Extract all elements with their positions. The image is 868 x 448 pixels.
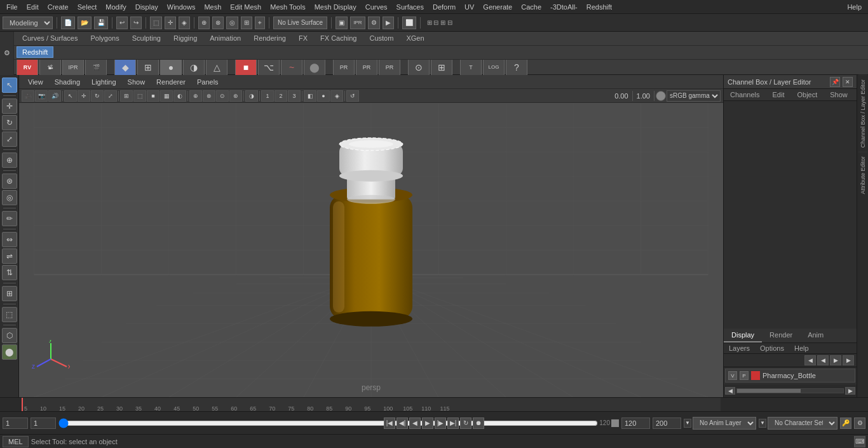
scroll-track[interactable] <box>736 388 844 393</box>
menu-redshift[interactable]: Redshift <box>583 2 616 12</box>
shelf-icon-log[interactable]: LOG <box>483 60 505 75</box>
shelf-icon-question[interactable]: ? <box>506 60 527 75</box>
layer-btn-3[interactable]: ▶ <box>830 355 841 365</box>
menu-generate[interactable]: Generate <box>479 2 516 12</box>
cb-close-btn[interactable]: ✕ <box>843 77 853 87</box>
shelf-icon-diamond[interactable]: ◆ <box>114 60 136 75</box>
vp-menu-panels[interactable]: Panels <box>193 77 222 87</box>
select-all-btn[interactable]: ⬚ <box>150 17 162 29</box>
shelf-icon-pr2[interactable]: PR <box>356 60 377 75</box>
snap-together-btn[interactable]: ⊞ <box>2 286 17 301</box>
select-tool-btn[interactable]: ↖ <box>2 78 17 93</box>
layer-btn-1[interactable]: ◀ <box>804 355 816 365</box>
shelf-tab-polygons[interactable]: Polygons <box>85 32 125 44</box>
sculpt-btn[interactable]: ⬤ <box>2 344 17 360</box>
shelf-icon-red-cube[interactable]: ■ <box>235 60 257 75</box>
vp-grid-btn[interactable]: ⊞ <box>120 90 133 102</box>
edge-tab-attribute-editor[interactable]: Attribute Editor <box>858 152 867 198</box>
menu-mesh-tools[interactable]: Mesh Tools <box>266 2 309 12</box>
shelf-icon-cone[interactable]: △ <box>206 60 227 75</box>
cb-tab-object[interactable]: Object <box>790 89 824 100</box>
vp-res1-btn[interactable]: 1 <box>261 90 274 102</box>
cb-tab-show[interactable]: Show <box>824 89 854 100</box>
shelf-icon-sphere[interactable]: ● <box>160 60 182 75</box>
layer-btn-4[interactable]: ▶ <box>843 355 854 365</box>
quad-draw-btn[interactable]: ⬚ <box>2 307 17 322</box>
scroll-left-btn[interactable]: ◀ <box>725 387 735 395</box>
le-tab-display[interactable]: Display <box>724 329 762 343</box>
universal-tool-btn[interactable]: ⊕ <box>2 153 17 168</box>
menu-edit-mesh[interactable]: Edit Mesh <box>226 2 265 12</box>
anim-layer-select[interactable]: No Anim Layer <box>693 417 756 430</box>
layer-item-pharmacy[interactable]: V P Pharmacy_Bottle <box>725 369 855 383</box>
cb-tab-channels[interactable]: Channels <box>724 89 766 100</box>
shelf-tab-sculpting[interactable]: Sculpting <box>126 32 166 44</box>
vp-menu-renderer[interactable]: Renderer <box>153 77 189 87</box>
shelf-icon-pr1[interactable]: PR <box>333 60 355 75</box>
redo-btn[interactable]: ↪ <box>130 17 142 29</box>
shelf-tab-fx-caching[interactable]: FX Caching <box>315 32 362 44</box>
snap-btn4[interactable]: ⊞ <box>241 17 252 29</box>
scale2-btn[interactable]: ⇅ <box>2 265 17 280</box>
le-tab-render[interactable]: Render <box>762 329 800 343</box>
vp-menu-lighting[interactable]: Lighting <box>88 77 120 87</box>
step-back-btn[interactable]: ◀| <box>397 417 408 429</box>
go-to-start-btn[interactable]: |◀ <box>384 417 395 429</box>
render-icon[interactable]: ▣ <box>336 17 348 29</box>
range-handle[interactable] <box>611 419 619 427</box>
anim-end-field[interactable] <box>621 417 650 429</box>
move2-btn[interactable]: ⇔ <box>2 232 17 247</box>
layers-tab[interactable]: Layers <box>724 343 755 353</box>
shelf-icon-ipr2[interactable]: IPR <box>62 60 84 75</box>
vp-res3-btn[interactable]: 3 <box>288 90 301 102</box>
vp-wireframe-btn[interactable]: ⬚ <box>133 90 146 102</box>
play-forward-btn[interactable]: ▶ <box>422 417 433 429</box>
vp-xray-btn[interactable]: ◈ <box>330 90 343 102</box>
shelf-icon-pr3[interactable]: PR <box>379 60 400 75</box>
move-tool-btn[interactable]: ✛ <box>2 98 17 114</box>
cb-tab-edit[interactable]: Edit <box>766 89 790 100</box>
loop-btn[interactable]: ↻ <box>460 417 471 429</box>
vp-ao-btn[interactable]: ● <box>317 90 330 102</box>
shelf-icon-merge[interactable]: ⌥ <box>258 60 280 75</box>
paint-btn[interactable]: ✏ <box>2 211 17 226</box>
record-btn[interactable]: ⏺ <box>473 417 484 429</box>
menu-display[interactable]: Display <box>132 2 162 12</box>
cb-pin-btn[interactable]: 📌 <box>830 77 840 87</box>
vp-cam-btn[interactable]: 🎥 <box>22 90 34 102</box>
undo-btn[interactable]: ↩ <box>116 17 128 29</box>
menu-3dtoall[interactable]: -3DtoAll- <box>546 2 581 12</box>
anim-layer-arrow[interactable]: ▼ <box>684 419 691 428</box>
ipr-btn[interactable]: IPR <box>350 17 365 29</box>
shelf-icon-orb[interactable]: ⬤ <box>304 60 325 75</box>
mel-indicator[interactable]: MEL <box>3 436 29 447</box>
help-tab[interactable]: Help <box>789 343 814 353</box>
layer-v-btn[interactable]: V <box>728 371 737 380</box>
scroll-right-btn[interactable]: ▶ <box>845 387 855 395</box>
vp-snap-view-btn[interactable]: ⊛ <box>229 90 242 102</box>
start-frame-field[interactable] <box>3 417 28 429</box>
offset-btn[interactable]: ⬡ <box>2 328 17 343</box>
auto-key-btn[interactable]: 🔑 <box>840 417 851 429</box>
current-frame-field[interactable] <box>31 417 56 429</box>
shelf-icon-dots1[interactable]: ⊙ <box>408 60 430 75</box>
persp-btn[interactable]: ⬜ <box>402 17 416 29</box>
snap-btn1[interactable]: ⊕ <box>198 17 210 29</box>
timeline-ruler[interactable]: 5 10 15 20 25 30 35 40 45 50 55 60 65 70… <box>22 398 721 412</box>
shelf-settings[interactable]: ⚙ <box>0 32 14 75</box>
menu-windows[interactable]: Windows <box>163 2 200 12</box>
scale-tool-btn[interactable]: ⤢ <box>2 132 17 147</box>
shelf-tab-fx[interactable]: FX <box>293 32 313 44</box>
color-space-select[interactable]: sRGB gamma <box>667 90 721 102</box>
playhead[interactable] <box>22 398 23 412</box>
shelf-icon-render[interactable]: 🎬 <box>85 60 107 75</box>
color-space-icon[interactable] <box>656 91 666 101</box>
vp-menu-shading[interactable]: Shading <box>51 77 84 87</box>
vp-scale-btn[interactable]: ⤢ <box>104 90 117 102</box>
shelf-tab-animation[interactable]: Animation <box>204 32 247 44</box>
vp-film-btn[interactable]: 📷 <box>35 90 48 102</box>
shelf-icon-text[interactable]: T <box>460 60 482 75</box>
vp-solid-btn[interactable]: ■ <box>147 90 159 102</box>
soft-select-btn[interactable]: ◈ <box>179 17 190 29</box>
menu-uv[interactable]: UV <box>461 2 478 12</box>
